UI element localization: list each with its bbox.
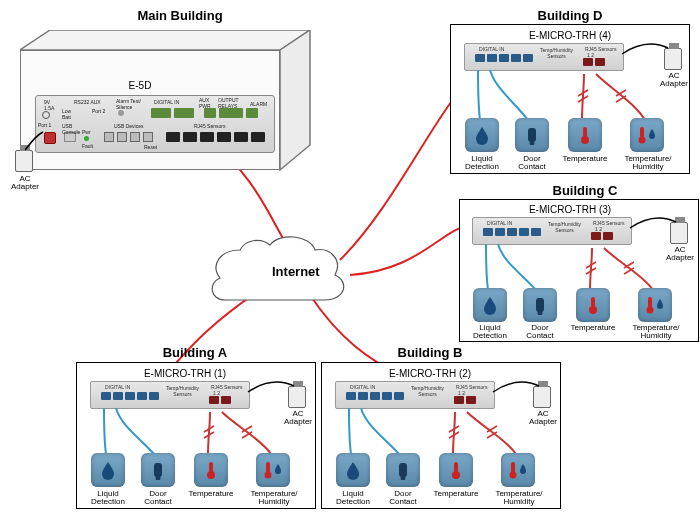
device-a-label: E-MICRO-TRH (1) [115,368,255,379]
sensor-temp-b [439,453,473,487]
sensor-door-b [386,453,420,487]
sensor-door-c [523,288,557,322]
svg-rect-24 [511,462,515,473]
main-building-title: Main Building [100,8,260,23]
sensor-liquid-a-label: Liquid Detection [84,490,132,506]
e5d-usbdev-label: USB Devices [114,123,143,129]
sensor-door-d-label: Door Contact [510,155,554,171]
svg-point-13 [647,307,654,314]
e5d-pwr-label: 9V 1.5A [44,99,54,111]
ac-adapter-main-label: AC Adapter [8,175,42,191]
svg-rect-20 [399,463,407,477]
svg-point-17 [207,471,215,479]
micro-device-a: DIGITAL IN Temp/Humidity Sensors RJ45 Se… [90,381,250,409]
e5d-digin-label: DIGITAL IN [154,99,179,105]
e5d-label: E-5D [110,80,170,91]
device-b-label: E-MICRO-TRH (2) [360,368,500,379]
e5d-port1-label: Port 1 [38,122,51,128]
sensor-door-d [515,118,549,152]
svg-marker-0 [20,30,310,50]
sensor-liquid-b-label: Liquid Detection [329,490,377,506]
sensor-th-b [501,453,535,487]
building-a-title: Building A [135,345,255,360]
svg-point-7 [639,137,646,144]
sensor-th-a [256,453,290,487]
sensor-door-a-label: Door Contact [136,490,180,506]
sensor-liquid-c-label: Liquid Detection [466,324,514,340]
internet-label: Internet [272,264,320,279]
sensor-th-c-label: Temperature/ Humidity [626,324,686,340]
sensor-temp-c [576,288,610,322]
e5d-device: 9V 1.5A RS232 AUX Alarm Test/ Silence DI… [35,95,275,153]
building-d-title: Building D [510,8,630,23]
sensor-liquid-b [336,453,370,487]
micro-device-d: DIGITAL IN Temp/Humidity Sensors RJ45 Se… [464,43,624,71]
e5d-alarm-label: Alarm Test/ Silence [116,98,141,110]
sensor-temp-d-label: Temperature [556,155,614,163]
svg-point-25 [510,472,517,479]
svg-point-11 [589,306,597,314]
sensor-door-a [141,453,175,487]
sensor-temp-c-label: Temperature [564,324,622,332]
svg-rect-2 [528,128,536,142]
svg-marker-1 [280,30,310,170]
svg-rect-6 [640,127,644,138]
e5d-fault-label: Fault [82,143,93,149]
sensor-temp-d [568,118,602,152]
svg-point-23 [452,471,460,479]
micro-device-c: DIGITAL IN Temp/Humidity Sensors RJ45 Se… [472,217,632,245]
sensor-liquid-d-label: Liquid Detection [458,155,506,171]
e5d-port2-label: Port 2 [92,108,105,114]
svg-rect-18 [266,462,270,473]
building-c-title: Building C [525,183,645,198]
svg-point-5 [581,136,589,144]
sensor-th-a-label: Temperature/ Humidity [244,490,304,506]
e5d-usb-label: USB Console [62,123,80,135]
sensor-th-d-label: Temperature/ Humidity [618,155,678,171]
micro-device-b: DIGITAL IN Temp/Humidity Sensors RJ45 Se… [335,381,495,409]
svg-rect-12 [648,297,652,308]
device-d-label: E-MICRO-TRH (4) [500,30,640,41]
device-c-label: E-MICRO-TRH (3) [500,204,640,215]
sensor-door-b-label: Door Contact [381,490,425,506]
sensor-th-b-label: Temperature/ Humidity [489,490,549,506]
sensor-door-c-label: Door Contact [518,324,562,340]
e5d-pwr2-label: Pwr [82,129,91,135]
sensor-temp-a [194,453,228,487]
svg-rect-8 [536,298,544,312]
e5d-rj45-label: RJ45 Sensors [194,123,225,129]
sensor-th-c [638,288,672,322]
svg-rect-14 [154,463,162,477]
e5d-lowbatt-label: Low Batt [62,108,71,120]
sensor-liquid-c [473,288,507,322]
e5d-rs232-label: RS232 AUX [74,99,101,105]
sensor-liquid-d [465,118,499,152]
sensor-th-d [630,118,664,152]
sensor-temp-b-label: Temperature [427,490,485,498]
svg-point-19 [265,472,272,479]
sensor-temp-a-label: Temperature [182,490,240,498]
e5d-reset-label: Reset [144,144,157,150]
building-b-title: Building B [370,345,490,360]
sensor-liquid-a [91,453,125,487]
e5d-alarm2-label: ALARM [250,101,267,107]
